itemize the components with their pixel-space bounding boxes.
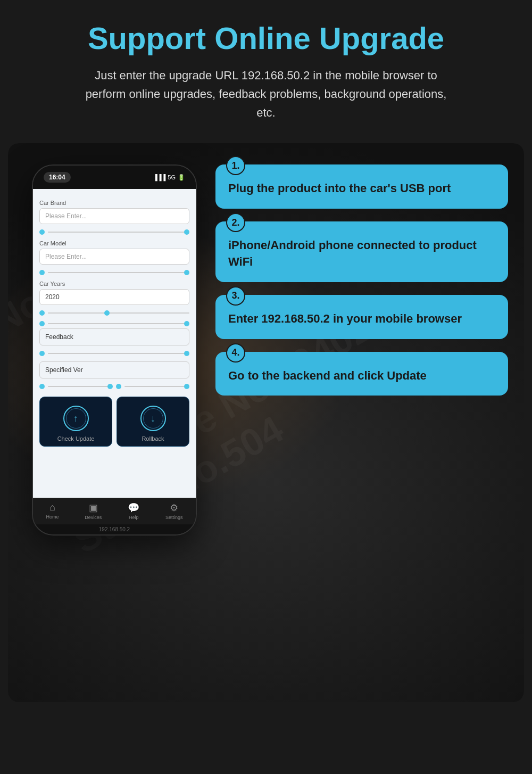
header-section: Support Online Upgrade Just enter the up…	[0, 0, 532, 138]
slider-dot-action1	[39, 384, 45, 389]
phone-url-bar: 192.168.50.2	[33, 524, 196, 534]
action-buttons-row: ↑ Check Update ↓ Rollback	[39, 397, 189, 447]
slider-thumb-action1	[107, 384, 113, 389]
rollback-button[interactable]: ↓ Rollback	[117, 397, 189, 447]
slider-dot-2	[39, 270, 45, 275]
slider-thumb-2	[184, 270, 189, 275]
phone-column: 16:04 ▐▐▐ 5G 🔋 Car Brand Please Enter...	[24, 164, 205, 536]
step-1-number: 1.	[226, 156, 245, 175]
slider-dot-action2	[116, 384, 121, 389]
slider-dot-5	[39, 351, 45, 356]
slider-dot-1	[39, 229, 45, 235]
step-1-text: Plug the product into the car's USB port	[228, 180, 495, 197]
title-part1: Support Online	[88, 21, 319, 55]
nav-devices-label: Devices	[85, 515, 102, 520]
step-2-bubble: 2. iPhone/Android phone connected to pro…	[215, 221, 508, 282]
specified-version-button[interactable]: Specified Ver	[39, 361, 189, 378]
phone-screen: Car Brand Please Enter... Car Model Plea…	[33, 189, 196, 498]
step-4-text: Go to the backend and click Update	[228, 368, 495, 384]
form-section: Car Brand Please Enter... Car Model Plea…	[39, 200, 189, 447]
slider-thumb-4	[184, 321, 189, 326]
feedback-button[interactable]: Feedback	[39, 328, 189, 345]
rollback-circle: ↓	[140, 406, 166, 431]
signal-text: 5G	[168, 174, 176, 180]
slider-track-2	[48, 272, 189, 273]
phone-mockup: 16:04 ▐▐▐ 5G 🔋 Car Brand Please Enter...	[32, 164, 197, 536]
home-icon: ⌂	[49, 502, 55, 513]
slider-track-1	[48, 232, 189, 233]
signal-bars-icon: ▐▐▐	[153, 174, 165, 180]
check-update-button[interactable]: ↑ Check Update	[39, 397, 112, 447]
check-update-circle: ↑	[63, 406, 89, 431]
help-icon: 💬	[128, 502, 139, 514]
car-brand-input[interactable]: Please Enter...	[39, 208, 189, 224]
up-arrow-icon: ↑	[73, 413, 78, 424]
slider-track-action2	[124, 386, 189, 387]
status-icons: ▐▐▐ 5G 🔋	[153, 174, 185, 181]
nav-settings[interactable]: ⚙ Settings	[165, 502, 183, 520]
car-years-label: Car Years	[39, 281, 189, 287]
steps-column: 1. Plug the product into the car's USB p…	[215, 164, 508, 536]
slider-row-2	[39, 270, 189, 275]
battery-icon: 🔋	[178, 174, 185, 181]
slider-track-3	[48, 312, 189, 314]
step-4-number: 4.	[226, 343, 245, 363]
step-3-bubble: 3. Enter 192.168.50.2 in your mobile bro…	[215, 295, 508, 339]
slider-track-4	[48, 323, 189, 324]
phone-nav-bar: ⌂ Home ▣ Devices 💬 Help ⚙ Settings	[33, 498, 196, 524]
slider-thumb-5	[184, 351, 189, 356]
step-2-text: iPhone/Android phone connected to produc…	[228, 237, 495, 270]
page-title: Support Online Upgrade	[32, 21, 500, 55]
step-1-bubble: 1. Plug the product into the car's USB p…	[215, 164, 508, 209]
step-3-text: Enter 192.168.50.2 in your mobile browse…	[228, 311, 495, 327]
scene-background: No.5040236 Store No.504 re No.50402 16:0…	[8, 143, 524, 702]
car-model-input[interactable]: Please Enter...	[39, 249, 189, 265]
slider-thumb-1	[184, 229, 189, 235]
nav-home-label: Home	[46, 514, 59, 520]
nav-help[interactable]: 💬 Help	[128, 502, 139, 520]
header-description: Just enter the upgrade URL 192.168.50.2 …	[85, 66, 447, 122]
nav-help-label: Help	[129, 515, 139, 520]
phone-time: 16:04	[44, 172, 71, 183]
slider-row-action	[39, 384, 189, 389]
step-3-number: 3.	[226, 286, 245, 306]
slider-row-3	[39, 310, 189, 316]
slider-track-5	[48, 353, 189, 354]
slider-row-1	[39, 229, 189, 235]
car-model-label: Car Model	[39, 240, 189, 246]
down-arrow-icon: ↓	[151, 413, 155, 424]
slider-row-4	[39, 321, 189, 326]
devices-icon: ▣	[89, 502, 98, 514]
car-brand-label: Car Brand	[39, 200, 189, 206]
slider-row-5	[39, 351, 189, 356]
check-update-label: Check Update	[57, 435, 95, 442]
car-years-input[interactable]: 2020	[39, 289, 189, 305]
slider-dot-4	[39, 321, 45, 326]
slider-thumb-action2	[184, 384, 189, 389]
slider-dot-3	[39, 310, 45, 316]
phone-status-bar: 16:04 ▐▐▐ 5G 🔋	[33, 166, 196, 189]
slider-thumb-3	[104, 310, 110, 316]
rollback-label: Rollback	[142, 435, 164, 442]
scene-content: 16:04 ▐▐▐ 5G 🔋 Car Brand Please Enter...	[8, 143, 524, 562]
step-2-number: 2.	[226, 213, 245, 232]
step-4-bubble: 4. Go to the backend and click Update	[215, 352, 508, 396]
nav-home[interactable]: ⌂ Home	[46, 502, 59, 520]
nav-devices[interactable]: ▣ Devices	[85, 502, 102, 520]
nav-settings-label: Settings	[165, 515, 183, 520]
title-highlight: Upgrade	[319, 21, 444, 55]
settings-icon: ⚙	[170, 502, 178, 514]
slider-track-action1	[48, 386, 113, 387]
